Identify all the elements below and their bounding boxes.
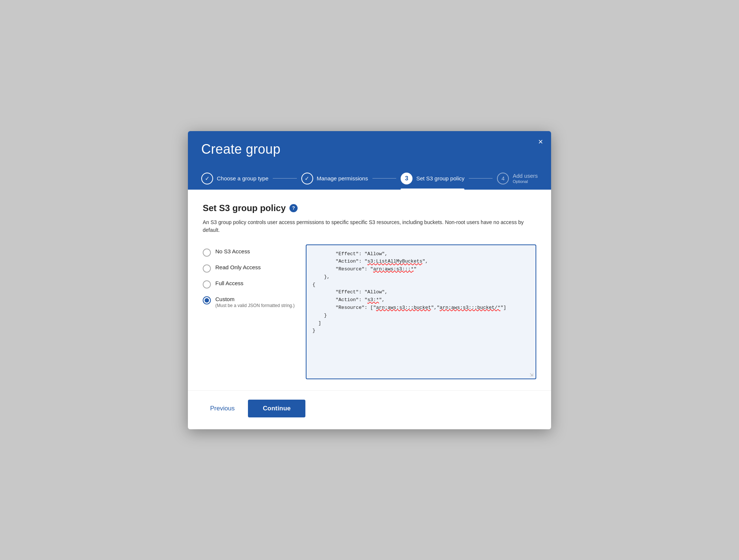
radio-read-only-access-label: Read Only Access bbox=[215, 264, 261, 270]
radio-no-s3-access-circle bbox=[203, 249, 211, 257]
modal-footer: Previous Continue bbox=[188, 390, 551, 429]
section-title-text: Set S3 group policy bbox=[203, 203, 286, 213]
modal-title: Create group bbox=[201, 141, 538, 157]
code-line-9: } bbox=[312, 312, 530, 320]
step2-icon: ✓ bbox=[301, 173, 313, 184]
radio-custom-circle bbox=[203, 296, 211, 304]
step1-label: Choose a group type bbox=[217, 175, 268, 181]
code-line-4: }, bbox=[312, 273, 530, 281]
section-description: An S3 group policy controls user access … bbox=[203, 219, 536, 234]
code-line-1: "Effect": "Allow", bbox=[312, 250, 530, 258]
radio-full-access[interactable]: Full Access bbox=[203, 280, 295, 289]
step2-label: Manage permissions bbox=[317, 175, 368, 181]
step-connector-3 bbox=[469, 178, 493, 179]
radio-full-access-text: Full Access bbox=[215, 280, 243, 286]
step3-icon: 3 bbox=[401, 173, 412, 184]
modal-header: × Create group ✓ Choose a group type ✓ M… bbox=[188, 131, 551, 190]
steps-bar: ✓ Choose a group type ✓ Manage permissio… bbox=[201, 167, 538, 190]
step-choose-group-type[interactable]: ✓ Choose a group type bbox=[201, 167, 268, 190]
step-manage-permissions[interactable]: ✓ Manage permissions bbox=[301, 167, 368, 190]
radio-read-only-access-circle bbox=[203, 264, 211, 273]
radio-custom-text: Custom (Must be a valid JSON formatted s… bbox=[215, 296, 295, 308]
section-title-row: Set S3 group policy ? bbox=[203, 203, 536, 213]
radio-custom-label: Custom bbox=[215, 296, 295, 302]
step-connector-2 bbox=[372, 178, 396, 179]
radio-group: No S3 Access Read Only Access Full Acces… bbox=[203, 244, 295, 308]
step3-label: Set S3 group policy bbox=[416, 175, 464, 181]
code-line-10: ] bbox=[312, 320, 530, 327]
modal-body: Set S3 group policy ? An S3 group policy… bbox=[188, 190, 551, 390]
step4-icon: 4 bbox=[497, 173, 509, 184]
radio-custom[interactable]: Custom (Must be a valid JSON formatted s… bbox=[203, 296, 295, 308]
code-line-5: { bbox=[312, 281, 530, 289]
radio-read-only-access[interactable]: Read Only Access bbox=[203, 264, 295, 273]
policy-editor-inner: "Effect": "Allow", "Action": "s3:ListAll… bbox=[306, 244, 536, 379]
close-button[interactable]: × bbox=[538, 138, 543, 146]
radio-custom-sub: (Must be a valid JSON formatted string.) bbox=[215, 303, 295, 308]
radio-full-access-label: Full Access bbox=[215, 280, 243, 286]
step4-label: Add users Optional bbox=[513, 173, 538, 184]
radio-full-access-circle bbox=[203, 280, 211, 289]
continue-button[interactable]: Continue bbox=[248, 400, 305, 417]
step-set-s3-policy[interactable]: 3 Set S3 group policy bbox=[401, 167, 464, 190]
radio-no-s3-access-label: No S3 Access bbox=[215, 248, 250, 254]
code-line-2: "Action": "s3:ListAllMyBuckets", bbox=[312, 258, 530, 266]
modal: × Create group ✓ Choose a group type ✓ M… bbox=[188, 131, 551, 429]
policy-editor-wrapper: "Effect": "Allow", "Action": "s3:ListAll… bbox=[306, 244, 536, 379]
help-icon[interactable]: ? bbox=[289, 204, 298, 212]
step-connector-1 bbox=[273, 178, 296, 179]
step-add-users[interactable]: 4 Add users Optional bbox=[497, 167, 538, 190]
radio-no-s3-access[interactable]: No S3 Access bbox=[203, 248, 295, 257]
step1-icon: ✓ bbox=[201, 173, 213, 184]
radio-read-only-access-text: Read Only Access bbox=[215, 264, 261, 270]
previous-button[interactable]: Previous bbox=[203, 400, 242, 417]
code-line-11: } bbox=[312, 327, 530, 335]
radio-no-s3-access-text: No S3 Access bbox=[215, 248, 250, 254]
radio-custom-inner bbox=[205, 298, 209, 303]
policy-editor[interactable]: "Effect": "Allow", "Action": "s3:ListAll… bbox=[306, 245, 536, 379]
content-row: No S3 Access Read Only Access Full Acces… bbox=[203, 244, 536, 379]
code-line-8: "Resource": ["arn:aws:s3:::bucket","arn:… bbox=[312, 304, 530, 312]
code-line-7: "Action": "s3:*", bbox=[312, 296, 530, 304]
code-line-3: "Resource": "arn:aws:s3:::*" bbox=[312, 266, 530, 273]
resize-handle[interactable]: ⇲ bbox=[530, 373, 535, 378]
code-line-6: "Effect": "Allow", bbox=[312, 289, 530, 296]
